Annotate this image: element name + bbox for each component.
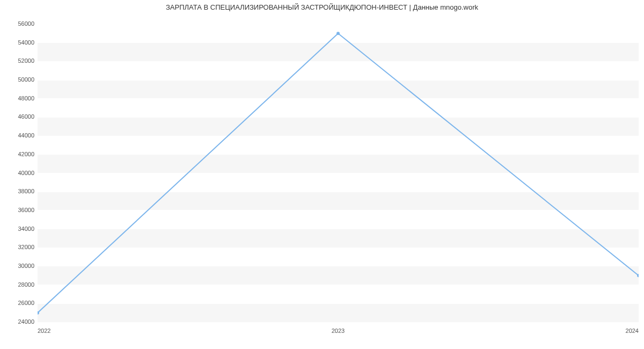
x-tick-label: 2023 (322, 328, 354, 334)
y-tick-label: 24000 (2, 318, 34, 325)
chart-svg (38, 24, 639, 322)
y-tick-label: 52000 (2, 57, 34, 64)
chart-container: ЗАРПЛАТА В СПЕЦИАЛИЗИРОВАННЫЙ ЗАСТРОЙЩИК… (0, 0, 644, 349)
plot-area (38, 24, 639, 322)
grid-band (38, 43, 639, 62)
y-tick-label: 42000 (2, 151, 34, 157)
grid-band (38, 266, 639, 285)
grid-band (38, 303, 639, 322)
y-tick-label: 36000 (2, 207, 34, 213)
data-point (336, 32, 340, 35)
y-tick-label: 34000 (2, 226, 34, 232)
grid-band (38, 229, 639, 248)
grid-band (38, 136, 639, 155)
y-tick-label: 50000 (2, 76, 34, 83)
grid-band (38, 61, 639, 80)
chart-title: ЗАРПЛАТА В СПЕЦИАЛИЗИРОВАННЫЙ ЗАСТРОЙЩИК… (0, 3, 644, 11)
grid-band (38, 173, 639, 192)
y-tick-label: 38000 (2, 188, 34, 194)
grid-band (38, 99, 639, 118)
x-tick-label: 2022 (38, 328, 70, 334)
grid-band (38, 155, 639, 173)
y-tick-label: 44000 (2, 132, 34, 139)
grid-band (38, 192, 639, 210)
grid-band (38, 285, 639, 304)
grid-band (38, 248, 639, 266)
y-tick-label: 26000 (2, 300, 34, 306)
y-tick-label: 28000 (2, 281, 34, 288)
y-tick-label: 46000 (2, 113, 34, 120)
y-tick-label: 48000 (2, 95, 34, 101)
y-tick-label: 30000 (2, 263, 34, 269)
x-tick-label: 2024 (606, 328, 639, 334)
y-tick-label: 40000 (2, 170, 34, 176)
y-tick-label: 54000 (2, 39, 34, 46)
y-tick-label: 56000 (2, 20, 34, 27)
grid-band (38, 210, 639, 229)
grid-band (38, 117, 639, 136)
grid-band (38, 80, 639, 99)
y-tick-label: 32000 (2, 244, 34, 250)
